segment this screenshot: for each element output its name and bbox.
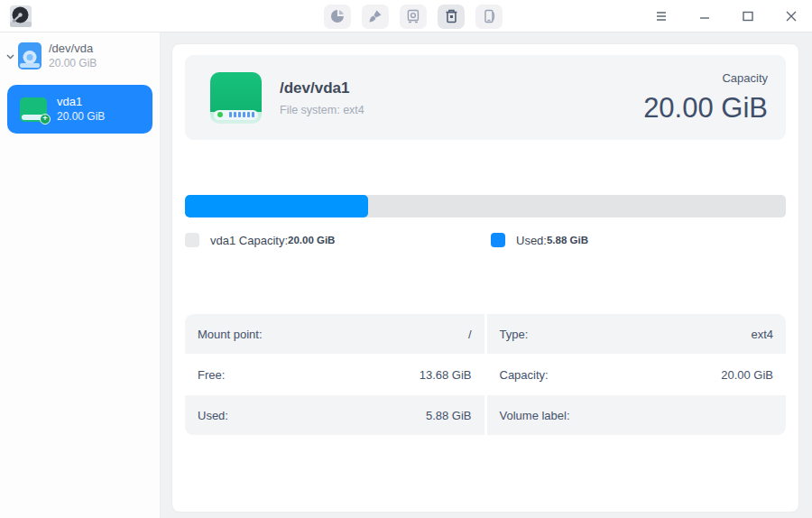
partition-title: /dev/vda1 <box>280 79 364 97</box>
capacity-label: Capacity <box>643 71 768 85</box>
row-value: 13.68 GiB <box>420 368 472 382</box>
partition-icon: + <box>20 97 47 122</box>
legend-item-capacity: vda1 Capacity: 20.00 GiB <box>185 233 491 247</box>
disk-device-icon[interactable] <box>400 5 427 29</box>
row-label: Type: <box>500 328 529 341</box>
details-right-column: Type: ext4 Capacity: 20.00 GiB Volume la… <box>487 314 787 435</box>
disk-icon <box>18 42 42 69</box>
main-area: /dev/vda1 File system: ext4 Capacity 20.… <box>161 32 812 518</box>
details-table: Mount point: / Free: 13.68 GiB Used: 5.8… <box>185 314 786 435</box>
row-value: 5.88 GiB <box>426 409 472 422</box>
titlebar <box>0 0 812 32</box>
partition-header: /dev/vda1 File system: ext4 Capacity 20.… <box>185 55 786 140</box>
capacity-value: 20.00 GiB <box>643 92 768 125</box>
device-size: 20.00 GiB <box>49 57 97 70</box>
row-label: Free: <box>198 368 225 382</box>
sidebar-item-dev-vda[interactable]: /dev/vda 20.00 GiB <box>0 38 160 74</box>
toolbar <box>324 0 503 32</box>
partition-size: 20.00 GiB <box>57 110 105 125</box>
trash-icon[interactable] <box>438 5 465 29</box>
disk-manager-window: /dev/vda 20.00 GiB + vda1 20.00 GiB <box>0 0 812 518</box>
legend-label: vda1 Capacity: <box>210 234 288 247</box>
table-row-capacity: Capacity: 20.00 GiB <box>487 355 787 394</box>
row-label: Mount point: <box>198 328 263 341</box>
usage-bar <box>185 195 786 217</box>
row-value: 20.00 GiB <box>721 368 773 382</box>
row-value: / <box>468 328 472 341</box>
plus-badge-icon: + <box>40 114 51 125</box>
table-row-volume-label: Volume label: <box>487 395 787 435</box>
legend-label: Used: <box>516 234 547 247</box>
chevron-down-icon[interactable] <box>4 50 16 62</box>
legend-swatch <box>491 233 505 247</box>
partition-detail-card: /dev/vda1 File system: ext4 Capacity 20.… <box>171 43 799 513</box>
partition-name: vda1 <box>57 95 105 110</box>
row-label: Capacity: <box>500 368 549 382</box>
close-icon[interactable] <box>783 8 799 24</box>
menu-icon[interactable] <box>653 8 669 24</box>
green-disk-icon <box>210 72 262 124</box>
details-left-column: Mount point: / Free: 13.68 GiB Used: 5.8… <box>185 314 484 435</box>
table-row-free: Free: 13.68 GiB <box>185 355 484 394</box>
legend-item-used: Used: 5.88 GiB <box>491 233 588 247</box>
legend-value: 5.88 GiB <box>547 235 588 245</box>
row-value: ext4 <box>751 328 773 341</box>
row-label: Volume label: <box>500 409 570 422</box>
legend-value: 20.00 GiB <box>288 235 335 245</box>
window-controls <box>653 8 812 24</box>
table-row-type: Type: ext4 <box>487 314 787 354</box>
table-row-mount-point: Mount point: / <box>185 314 484 354</box>
minimize-icon[interactable] <box>697 8 713 24</box>
maximize-icon[interactable] <box>740 8 756 24</box>
device-name: /dev/vda <box>49 42 97 56</box>
usage-bar-fill <box>185 195 368 217</box>
pie-chart-icon[interactable] <box>324 5 351 29</box>
mobile-device-icon[interactable] <box>475 5 503 29</box>
table-row-used: Used: 5.88 GiB <box>185 395 484 435</box>
usage-legend: vda1 Capacity: 20.00 GiB Used: 5.88 GiB <box>185 233 786 247</box>
row-label: Used: <box>198 409 228 422</box>
sidebar-item-vda1-selected[interactable]: + vda1 20.00 GiB <box>7 85 152 134</box>
legend-swatch <box>185 233 199 247</box>
filesystem-subtitle: File system: ext4 <box>280 104 364 116</box>
device-sidebar: /dev/vda 20.00 GiB + vda1 20.00 GiB <box>0 32 161 518</box>
brush-icon[interactable] <box>362 5 389 29</box>
app-hard-disk-icon <box>9 5 32 28</box>
